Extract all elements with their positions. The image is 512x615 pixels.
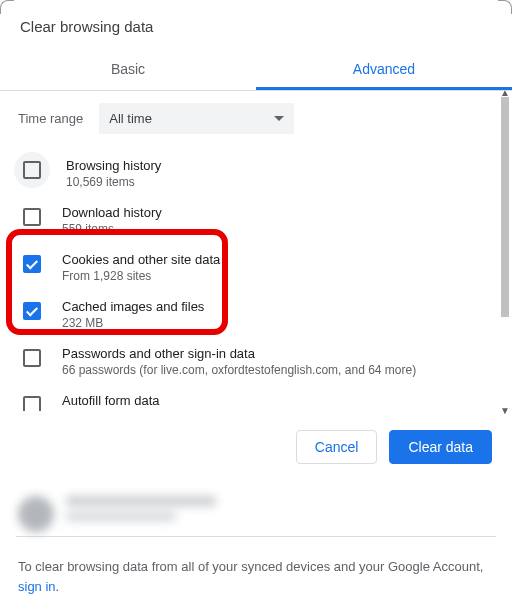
footnote: To clear browsing data from all of your …	[0, 537, 512, 596]
scroll-down-icon[interactable]: ▼	[500, 405, 510, 415]
footnote-suffix: .	[56, 579, 60, 594]
item-label: Cached images and files	[62, 299, 204, 314]
clear-browsing-data-dialog: Clear browsing data Basic Advanced Time …	[0, 0, 512, 615]
item-label: Cookies and other site data	[62, 252, 220, 267]
scroll-area: Time range All time Browsing history 10,…	[0, 91, 512, 411]
item-sub: 10,569 items	[66, 175, 161, 189]
time-range-value: All time	[109, 111, 152, 126]
checkbox-browsing-history[interactable]	[23, 161, 41, 179]
checkbox-cookies[interactable]	[23, 255, 41, 273]
item-label: Download history	[62, 205, 162, 220]
account-section	[0, 482, 512, 536]
item-cookies[interactable]: Cookies and other site data From 1,928 s…	[18, 242, 490, 289]
avatar	[18, 496, 54, 532]
item-sub: 232 MB	[62, 316, 204, 330]
footnote-text: To clear browsing data from all of your …	[18, 559, 483, 574]
item-browsing-history[interactable]: Browsing history 10,569 items	[18, 148, 490, 195]
time-range-row: Time range All time	[18, 103, 490, 134]
checkbox-passwords[interactable]	[23, 349, 41, 367]
item-sub: From 1,928 sites	[62, 269, 220, 283]
account-name-redacted	[66, 496, 216, 506]
item-cached[interactable]: Cached images and files 232 MB	[18, 289, 490, 336]
clear-data-button[interactable]: Clear data	[389, 430, 492, 464]
checkbox-autofill[interactable]	[23, 396, 41, 411]
dialog-title: Clear browsing data	[0, 0, 512, 43]
item-label: Browsing history	[66, 158, 161, 173]
item-label: Passwords and other sign-in data	[62, 346, 416, 361]
scrollbar[interactable]	[501, 97, 509, 405]
time-range-select[interactable]: All time	[99, 103, 294, 134]
item-label: Autofill form data	[62, 393, 252, 408]
dialog-actions: Cancel Clear data	[0, 411, 512, 482]
item-sub: 559 items	[62, 222, 162, 236]
tabs: Basic Advanced	[0, 49, 512, 91]
dialog-corner-tl	[0, 0, 14, 14]
checkbox-cached[interactable]	[23, 302, 41, 320]
item-sub: 2 addresses, 892 other suggestions	[62, 410, 252, 411]
dialog-corner-tr	[498, 0, 512, 14]
item-download-history[interactable]: Download history 559 items	[18, 195, 490, 242]
item-sub: 66 passwords (for live.com, oxfordtestof…	[62, 363, 416, 377]
time-range-label: Time range	[18, 111, 83, 126]
chevron-down-icon	[274, 116, 284, 121]
scrollbar-thumb[interactable]	[501, 97, 509, 317]
checkbox-download-history[interactable]	[23, 208, 41, 226]
cancel-button[interactable]: Cancel	[296, 430, 378, 464]
sign-in-link[interactable]: sign in	[18, 579, 56, 594]
tab-advanced[interactable]: Advanced	[256, 49, 512, 90]
item-autofill[interactable]: Autofill form data 2 addresses, 892 othe…	[18, 383, 490, 411]
item-passwords[interactable]: Passwords and other sign-in data 66 pass…	[18, 336, 490, 383]
tab-basic[interactable]: Basic	[0, 49, 256, 90]
account-email-redacted	[66, 512, 176, 521]
scroll-up-icon[interactable]: ▲	[500, 87, 510, 97]
